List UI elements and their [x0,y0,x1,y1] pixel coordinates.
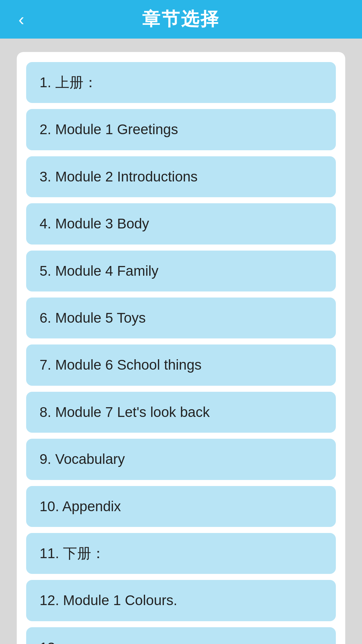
list-item-label: 12. Module 1 Colours. [40,592,177,608]
list-item-label: 1. 上册： [40,74,98,90]
list-item[interactable]: 12. Module 1 Colours. [26,580,336,621]
list-item[interactable]: 5. Module 4 Family [26,251,336,291]
chapter-list: 1. 上册：2. Module 1 Greetings3. Module 2 I… [17,52,345,644]
list-item-label: 10. Appendix [40,498,121,514]
list-item-label: 6. Module 5 Toys [40,310,146,326]
list-item[interactable]: 9. Vocabulary [26,439,336,480]
list-item-label: 8. Module 7 Let's look back [40,404,210,420]
list-item-label: 7. Module 6 School things [40,357,201,373]
list-item-label: 3. Module 2 Introductions [40,169,198,184]
list-item[interactable]: 10. Appendix [26,486,336,527]
list-item[interactable]: 4. Module 3 Body [26,203,336,244]
list-item[interactable]: 7. Module 6 School things [26,344,336,385]
list-item[interactable]: 3. Module 2 Introductions [26,156,336,197]
list-item-label: 2. Module 1 Greetings [40,121,178,137]
list-item[interactable]: 8. Module 7 Let's look back [26,392,336,433]
header: ‹ 章节选择 [0,0,362,39]
list-item[interactable]: 1. 上册： [26,62,336,103]
list-item-label: 11. 下册： [40,545,105,561]
content-area: 1. 上册：2. Module 1 Greetings3. Module 2 I… [0,39,362,644]
list-item[interactable]: 11. 下册： [26,533,336,574]
list-item-label: 5. Module 4 Family [40,263,159,279]
list-item[interactable]: 6. Module 5 Toys [26,298,336,338]
page-title: 章节选择 [142,7,220,32]
list-item[interactable]: 2. Module 1 Greetings [26,109,336,150]
back-button[interactable]: ‹ [18,9,24,30]
list-item-label: 4. Module 3 Body [40,216,149,231]
back-icon: ‹ [18,9,24,30]
list-item-label: 9. Vocabulary [40,451,125,467]
list-item-label: 13. ... [40,640,75,644]
list-item[interactable]: 13. ... [26,627,336,644]
